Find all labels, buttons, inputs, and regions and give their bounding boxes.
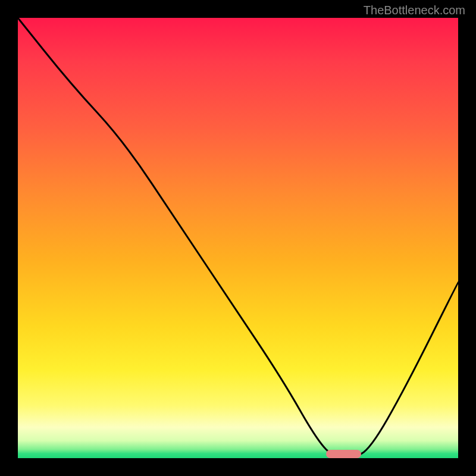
watermark-text: TheBottleneck.com [364,4,465,17]
chart-plot-area [18,18,458,458]
bottleneck-curve [18,18,458,458]
optimal-range-marker [326,450,361,458]
